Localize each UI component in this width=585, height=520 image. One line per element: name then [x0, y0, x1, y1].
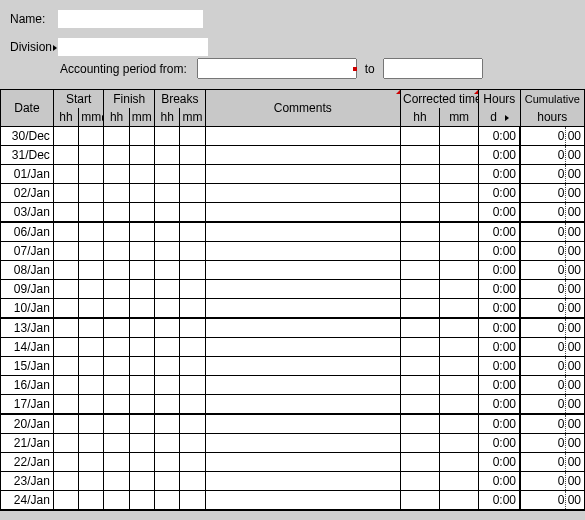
- cell-start-mm[interactable]: [79, 165, 104, 184]
- cell-start-mm[interactable]: [79, 280, 104, 299]
- period-from-input[interactable]: [197, 58, 357, 79]
- cell-ct-hh[interactable]: [401, 222, 440, 242]
- cell-finish-hh[interactable]: [104, 127, 129, 146]
- cell-start-mm[interactable]: [79, 318, 104, 338]
- cell-start-mm[interactable]: [79, 472, 104, 491]
- cell-comments[interactable]: [205, 222, 400, 242]
- division-input[interactable]: [58, 38, 208, 56]
- cell-ct-hh[interactable]: [401, 472, 440, 491]
- cell-start-mm[interactable]: [79, 414, 104, 434]
- cell-finish-mm[interactable]: [129, 318, 154, 338]
- cell-breaks-mm[interactable]: [180, 146, 205, 165]
- cell-finish-mm[interactable]: [129, 357, 154, 376]
- cell-ct-hh[interactable]: [401, 453, 440, 472]
- cell-ct-mm[interactable]: [440, 280, 479, 299]
- cell-start-hh[interactable]: [53, 280, 78, 299]
- cell-breaks-mm[interactable]: [180, 242, 205, 261]
- cell-ct-mm[interactable]: [440, 491, 479, 511]
- cell-start-mm[interactable]: [79, 242, 104, 261]
- cell-finish-mm[interactable]: [129, 184, 154, 203]
- cell-breaks-mm[interactable]: [180, 376, 205, 395]
- cell-start-hh[interactable]: [53, 203, 78, 223]
- cell-ct-hh[interactable]: [401, 376, 440, 395]
- cell-comments[interactable]: [205, 299, 400, 319]
- cell-ct-hh[interactable]: [401, 165, 440, 184]
- cell-finish-mm[interactable]: [129, 472, 154, 491]
- cell-comments[interactable]: [205, 165, 400, 184]
- cell-start-mm[interactable]: [79, 146, 104, 165]
- cell-start-hh[interactable]: [53, 376, 78, 395]
- cell-breaks-mm[interactable]: [180, 261, 205, 280]
- cell-ct-hh[interactable]: [401, 146, 440, 165]
- cell-comments[interactable]: [205, 434, 400, 453]
- cell-finish-mm[interactable]: [129, 146, 154, 165]
- cell-comments[interactable]: [205, 357, 400, 376]
- cell-breaks-hh[interactable]: [155, 338, 180, 357]
- cell-ct-hh[interactable]: [401, 280, 440, 299]
- cell-start-mm[interactable]: [79, 299, 104, 319]
- cell-comments[interactable]: [205, 491, 400, 511]
- cell-ct-hh[interactable]: [401, 318, 440, 338]
- cell-start-mm[interactable]: [79, 127, 104, 146]
- cell-start-hh[interactable]: [53, 127, 78, 146]
- cell-ct-hh[interactable]: [401, 127, 440, 146]
- cell-ct-mm[interactable]: [440, 203, 479, 223]
- cell-breaks-mm[interactable]: [180, 280, 205, 299]
- cell-ct-mm[interactable]: [440, 434, 479, 453]
- cell-breaks-mm[interactable]: [180, 453, 205, 472]
- cell-ct-hh[interactable]: [401, 242, 440, 261]
- cell-ct-hh[interactable]: [401, 491, 440, 511]
- cell-finish-hh[interactable]: [104, 165, 129, 184]
- cell-breaks-mm[interactable]: [180, 357, 205, 376]
- cell-ct-hh[interactable]: [401, 357, 440, 376]
- cell-finish-hh[interactable]: [104, 203, 129, 223]
- cell-ct-hh[interactable]: [401, 184, 440, 203]
- name-input[interactable]: [58, 10, 203, 28]
- cell-breaks-mm[interactable]: [180, 127, 205, 146]
- cell-start-mm[interactable]: [79, 222, 104, 242]
- cell-start-hh[interactable]: [53, 242, 78, 261]
- cell-start-mm[interactable]: [79, 395, 104, 415]
- cell-breaks-mm[interactable]: [180, 414, 205, 434]
- cell-breaks-mm[interactable]: [180, 184, 205, 203]
- cell-start-mm[interactable]: [79, 434, 104, 453]
- cell-finish-mm[interactable]: [129, 395, 154, 415]
- cell-finish-hh[interactable]: [104, 491, 129, 511]
- cell-start-hh[interactable]: [53, 491, 78, 511]
- cell-comments[interactable]: [205, 261, 400, 280]
- cell-ct-mm[interactable]: [440, 338, 479, 357]
- cell-breaks-mm[interactable]: [180, 299, 205, 319]
- cell-ct-mm[interactable]: [440, 453, 479, 472]
- cell-finish-hh[interactable]: [104, 222, 129, 242]
- cell-breaks-hh[interactable]: [155, 165, 180, 184]
- cell-ct-mm[interactable]: [440, 395, 479, 415]
- cell-start-mm[interactable]: [79, 203, 104, 223]
- cell-ct-mm[interactable]: [440, 165, 479, 184]
- cell-start-hh[interactable]: [53, 222, 78, 242]
- cell-finish-hh[interactable]: [104, 453, 129, 472]
- cell-breaks-hh[interactable]: [155, 491, 180, 511]
- cell-breaks-mm[interactable]: [180, 222, 205, 242]
- period-to-input[interactable]: [383, 58, 483, 79]
- cell-ct-mm[interactable]: [440, 242, 479, 261]
- cell-finish-mm[interactable]: [129, 242, 154, 261]
- cell-ct-mm[interactable]: [440, 472, 479, 491]
- cell-breaks-hh[interactable]: [155, 146, 180, 165]
- cell-finish-hh[interactable]: [104, 242, 129, 261]
- cell-comments[interactable]: [205, 127, 400, 146]
- cell-finish-hh[interactable]: [104, 299, 129, 319]
- cell-ct-hh[interactable]: [401, 299, 440, 319]
- cell-start-hh[interactable]: [53, 453, 78, 472]
- cell-breaks-hh[interactable]: [155, 242, 180, 261]
- cell-finish-mm[interactable]: [129, 491, 154, 511]
- cell-finish-mm[interactable]: [129, 376, 154, 395]
- cell-start-mm[interactable]: [79, 338, 104, 357]
- cell-start-hh[interactable]: [53, 261, 78, 280]
- cell-start-mm[interactable]: [79, 453, 104, 472]
- cell-finish-hh[interactable]: [104, 184, 129, 203]
- cell-start-hh[interactable]: [53, 472, 78, 491]
- cell-breaks-hh[interactable]: [155, 472, 180, 491]
- cell-breaks-mm[interactable]: [180, 395, 205, 415]
- cell-start-hh[interactable]: [53, 357, 78, 376]
- cell-breaks-hh[interactable]: [155, 203, 180, 223]
